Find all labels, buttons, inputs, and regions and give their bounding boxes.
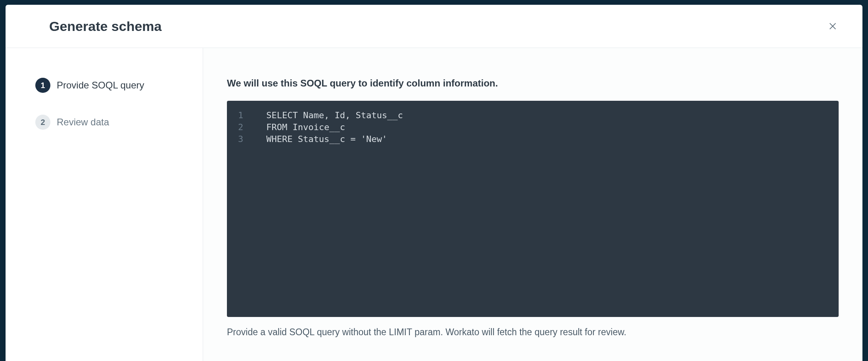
code-content[interactable]: SELECT Name, Id, Status__c FROM Invoice_… [254, 109, 839, 308]
line-number-gutter: 1 2 3 [227, 109, 254, 308]
line-number: 3 [238, 133, 243, 145]
modal-title: Generate schema [49, 19, 162, 34]
close-button[interactable] [825, 18, 841, 34]
step-number-badge: 2 [35, 115, 50, 130]
code-line: WHERE Status__c = 'New' [266, 133, 839, 145]
generate-schema-modal: Generate schema 1 Provide SOQL query 2 R… [6, 5, 862, 361]
step-label: Provide SOQL query [57, 80, 144, 91]
line-number: 2 [238, 121, 243, 133]
code-line: SELECT Name, Id, Status__c [266, 109, 839, 121]
modal-header: Generate schema [6, 5, 862, 48]
instruction-text: We will use this SOQL query to identify … [227, 78, 839, 89]
hint-text: Provide a valid SOQL query without the L… [227, 326, 839, 338]
step-provide-soql[interactable]: 1 Provide SOQL query [35, 78, 187, 93]
modal-body: 1 Provide SOQL query 2 Review data We wi… [6, 48, 862, 361]
step-number-badge: 1 [35, 78, 50, 93]
close-icon [828, 22, 837, 31]
step-review-data[interactable]: 2 Review data [35, 115, 187, 130]
code-line: FROM Invoice__c [266, 121, 839, 133]
steps-sidebar: 1 Provide SOQL query 2 Review data [6, 48, 203, 361]
step-label: Review data [57, 117, 109, 128]
soql-code-editor[interactable]: 1 2 3 SELECT Name, Id, Status__c FROM In… [227, 101, 839, 317]
line-number: 1 [238, 109, 243, 121]
main-content: We will use this SOQL query to identify … [203, 48, 862, 361]
